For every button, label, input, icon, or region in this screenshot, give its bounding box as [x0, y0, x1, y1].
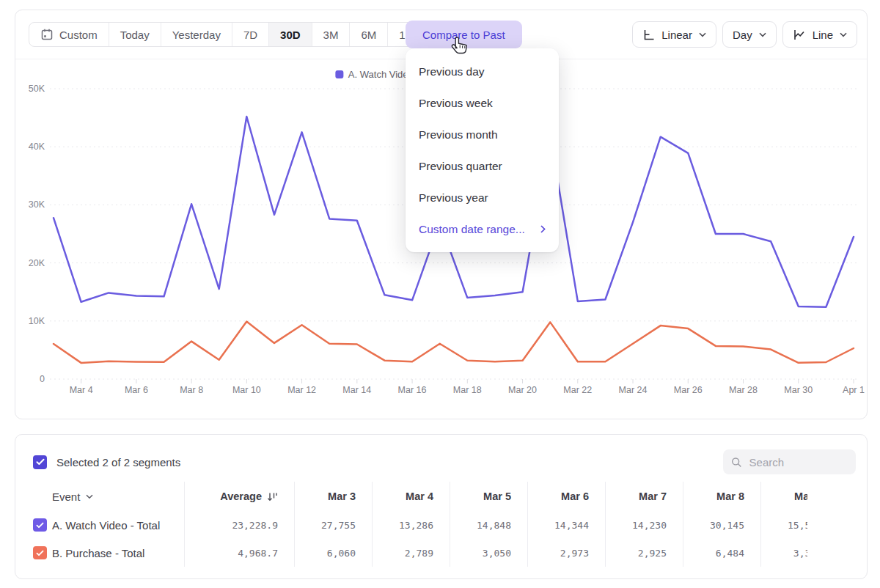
- cell-value: 6,484: [683, 539, 760, 567]
- sort-descending-icon: [267, 491, 278, 502]
- x-axis-tick-label: Mar 30: [784, 385, 813, 395]
- x-axis-tick-label: Mar 20: [508, 385, 537, 395]
- date-column-header: Mar 9: [760, 482, 807, 511]
- y-axis-tick-label: 0: [40, 374, 45, 384]
- menu-item-previous-month[interactable]: Previous month: [406, 119, 559, 150]
- chevron-right-icon: [540, 225, 546, 233]
- compare-to-past-menu: Previous day Previous week Previous mont…: [406, 48, 559, 252]
- cell-value: 3,050: [450, 539, 527, 567]
- cell-value: 6,060: [294, 539, 372, 567]
- x-axis-tick-label: Mar 8: [180, 385, 203, 395]
- check-icon: [36, 550, 44, 556]
- event-column-header[interactable]: Event: [52, 482, 184, 511]
- segment-label: B. Purchase - Total: [52, 539, 184, 567]
- cell-value: 14,848: [450, 511, 527, 539]
- average-value: 23,228.9: [184, 511, 294, 539]
- segment-label: A. Watch Video - Total: [52, 511, 184, 539]
- cell-value: 2,925: [605, 539, 683, 567]
- segments-summary: Selected 2 of 2 segments: [33, 455, 180, 469]
- x-axis-tick-label: Mar 26: [674, 385, 703, 395]
- search-box: [723, 449, 856, 474]
- legend-swatch-icon: [335, 70, 343, 78]
- table-row[interactable]: A. Watch Video - Total 23,228.9 27,755 1…: [33, 511, 807, 539]
- chevron-down-icon: [699, 32, 706, 37]
- date-range-7d[interactable]: 7D: [232, 23, 268, 46]
- search-input[interactable]: [748, 455, 848, 469]
- date-range-label: Custom: [59, 29, 98, 41]
- chevron-down-icon: [86, 494, 93, 499]
- table-row[interactable]: B. Purchase - Total 4,968.7 6,060 2,789 …: [33, 539, 807, 567]
- x-axis-tick-label: Mar 16: [398, 385, 427, 395]
- cell-value: 2,973: [527, 539, 605, 567]
- y-axis-tick-label: 30K: [29, 199, 45, 210]
- menu-item-previous-quarter[interactable]: Previous quarter: [406, 150, 559, 182]
- interval-dropdown[interactable]: Day: [722, 21, 777, 48]
- x-axis-tick-label: Mar 28: [729, 385, 758, 395]
- line-chart-icon: [793, 29, 806, 41]
- cell-value: 2,789: [372, 539, 450, 567]
- average-value: 4,968.7: [184, 539, 294, 567]
- series-line[interactable]: [54, 322, 854, 363]
- cell-value: 27,755: [294, 511, 372, 539]
- segments-table: Event Average Mar 3 Mar 4 Mar 5 Mar 6 Ma…: [33, 482, 807, 567]
- date-range-6m[interactable]: 6M: [349, 23, 387, 46]
- scale-dropdown[interactable]: Linear: [632, 21, 716, 48]
- cell-value: 13,286: [372, 511, 450, 539]
- y-axis-tick-label: 20K: [29, 258, 45, 268]
- x-axis-tick-label: Apr 1: [843, 385, 865, 395]
- check-icon: [36, 458, 45, 466]
- date-column-header: Mar 4: [372, 482, 450, 511]
- check-icon: [36, 522, 44, 529]
- table-header-row: Event Average Mar 3 Mar 4 Mar 5 Mar 6 Ma…: [33, 482, 807, 511]
- x-axis-tick-label: Mar 12: [287, 385, 316, 395]
- x-axis-tick-label: Mar 10: [232, 385, 261, 395]
- select-all-checkbox[interactable]: [33, 455, 47, 469]
- x-axis-tick-label: Mar 14: [342, 385, 371, 395]
- date-range-custom[interactable]: Custom: [29, 23, 109, 46]
- y-axis-tick-label: 50K: [29, 84, 45, 94]
- cell-value: 15,520: [760, 511, 807, 539]
- menu-item-previous-year[interactable]: Previous year: [406, 182, 559, 213]
- x-axis-tick-label: Mar 4: [70, 385, 93, 395]
- cell-value: 14,344: [527, 511, 605, 539]
- segment-checkbox[interactable]: [33, 518, 47, 532]
- x-axis-tick-label: Mar 6: [125, 385, 148, 395]
- date-range-today[interactable]: Today: [109, 23, 161, 46]
- segment-checkbox[interactable]: [33, 546, 47, 559]
- linear-axis-icon: [642, 29, 655, 41]
- menu-item-custom-date-range[interactable]: Custom date range...: [406, 213, 559, 245]
- segments-summary-row: Selected 2 of 2 segments: [33, 449, 856, 475]
- date-column-header: Mar 8: [683, 482, 760, 511]
- chart-options-group: Linear Day Line: [632, 21, 857, 48]
- chevron-down-icon: [759, 32, 766, 37]
- date-range-3m[interactable]: 3M: [312, 23, 350, 46]
- chart-type-dropdown[interactable]: Line: [782, 21, 857, 48]
- date-column-header: Mar 5: [450, 482, 527, 511]
- y-axis-tick-label: 40K: [29, 142, 45, 152]
- x-axis-tick-label: Mar 22: [563, 385, 592, 395]
- segments-summary-label: Selected 2 of 2 segments: [56, 456, 180, 468]
- search-icon: [731, 456, 742, 468]
- date-range-30d[interactable]: 30D: [268, 23, 312, 46]
- compare-to-past-button[interactable]: Compare to Past: [406, 21, 522, 48]
- cell-value: 30,145: [683, 511, 760, 539]
- date-column-header: Mar 6: [527, 482, 605, 511]
- cell-value: 14,230: [605, 511, 683, 539]
- date-range-yesterday[interactable]: Yesterday: [161, 23, 232, 46]
- date-column-header: Mar 7: [605, 482, 683, 511]
- y-axis-tick-label: 10K: [29, 316, 45, 326]
- x-axis-tick-label: Mar 24: [619, 385, 648, 395]
- date-range-control: Custom Today Yesterday 7D 30D 3M 6M 12M: [29, 22, 432, 47]
- calendar-icon: [40, 28, 54, 41]
- segments-card: Selected 2 of 2 segments Event Average: [15, 434, 868, 579]
- average-column-header[interactable]: Average: [184, 482, 294, 511]
- menu-item-previous-day[interactable]: Previous day: [406, 56, 559, 87]
- date-column-header: Mar 3: [294, 482, 372, 511]
- menu-item-previous-week[interactable]: Previous week: [406, 87, 559, 119]
- chevron-down-icon: [840, 32, 847, 37]
- cell-value: 3,310: [760, 539, 807, 567]
- x-axis-tick-label: Mar 18: [453, 385, 482, 395]
